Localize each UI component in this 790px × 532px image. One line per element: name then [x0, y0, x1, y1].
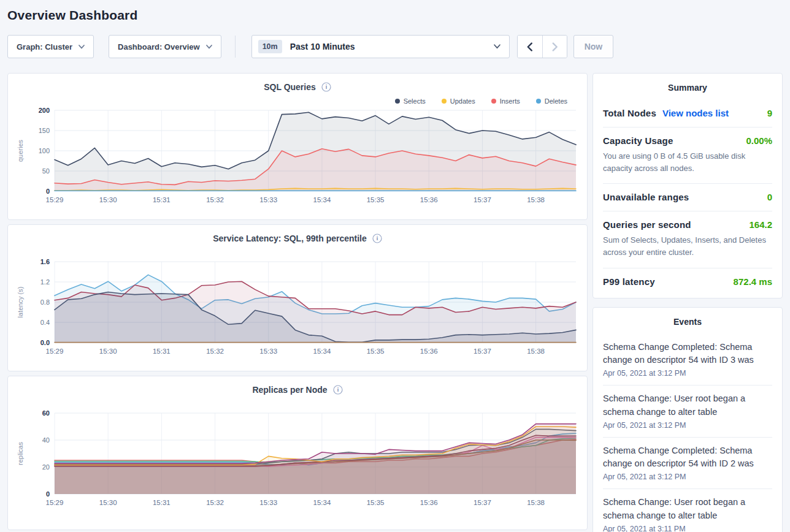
- svg-text:40: 40: [42, 436, 50, 444]
- event-timestamp: Apr 05, 2021 at 3:11 PM: [603, 525, 772, 532]
- svg-text:15:36: 15:36: [420, 196, 438, 203]
- svg-text:queries: queries: [17, 139, 24, 162]
- svg-text:15:32: 15:32: [206, 196, 224, 203]
- time-range-badge: 10m: [258, 40, 282, 53]
- summary-label: Unavailable ranges: [603, 192, 689, 202]
- svg-text:0.4: 0.4: [40, 319, 50, 326]
- svg-text:15:30: 15:30: [99, 499, 117, 506]
- service-latency-chart[interactable]: 15:2915:3015:3115:3215:3315:3415:3515:36…: [15, 258, 581, 359]
- chevron-down-icon: [79, 45, 85, 49]
- chart-title: Replicas per Node: [252, 385, 327, 395]
- sql-queries-chart[interactable]: 15:2915:3015:3115:3215:3315:3415:3515:36…: [15, 107, 581, 207]
- time-range-label: Past 10 Minutes: [290, 42, 355, 51]
- summary-label: Capacity Usage: [603, 135, 673, 146]
- svg-text:15:36: 15:36: [420, 348, 438, 355]
- svg-text:15:29: 15:29: [46, 196, 64, 203]
- now-button[interactable]: Now: [573, 35, 614, 58]
- svg-text:60: 60: [42, 409, 50, 417]
- info-icon[interactable]: i: [333, 385, 343, 395]
- events-panel: Events Schema Change Completed: Schema c…: [592, 307, 783, 532]
- legend-dot-icon: [442, 99, 447, 104]
- chart-card-replicas-per-node: Replicas per Node i 15:2915:3015:3115:32…: [7, 376, 588, 530]
- summary-row: Capacity Usage0.00%You are using 0 B of …: [603, 127, 772, 183]
- svg-text:15:34: 15:34: [313, 196, 331, 203]
- svg-text:latency (s): latency (s): [17, 287, 24, 318]
- svg-text:15:37: 15:37: [474, 348, 491, 355]
- summary-row: Queries per second164.2Sum of Selects, U…: [603, 211, 772, 267]
- chart-title: SQL Queries: [264, 82, 316, 92]
- summary-rows: Total NodesView nodes list9Capacity Usag…: [603, 100, 772, 295]
- svg-text:1.6: 1.6: [40, 258, 50, 265]
- summary-label: Total Nodes: [603, 108, 656, 118]
- summary-label: P99 latency: [603, 276, 655, 287]
- svg-text:15:30: 15:30: [99, 196, 117, 203]
- event-list: Schema Change Completed: Schema change o…: [603, 334, 772, 532]
- graph-dropdown[interactable]: Graph: Cluster: [7, 35, 94, 58]
- svg-text:replicas: replicas: [17, 442, 24, 465]
- event-item: Schema Change: User root began a schema …: [603, 385, 772, 437]
- svg-text:15:35: 15:35: [367, 499, 385, 506]
- dashboard-dropdown[interactable]: Dashboard: Overview: [109, 35, 221, 58]
- svg-text:15:38: 15:38: [527, 499, 545, 506]
- view-nodes-list-link[interactable]: View nodes list: [662, 108, 729, 118]
- content: SQL Queries i SelectsUpdatesInsertsDelet…: [7, 73, 783, 532]
- svg-text:15:29: 15:29: [46, 348, 64, 355]
- event-item: Schema Change: User root began a schema …: [603, 488, 772, 532]
- chart-title-row: SQL Queries i: [15, 81, 580, 93]
- info-icon[interactable]: i: [321, 82, 331, 92]
- svg-text:15:32: 15:32: [206, 499, 224, 506]
- svg-text:15:31: 15:31: [153, 348, 171, 355]
- event-item: Schema Change Completed: Schema change o…: [603, 437, 772, 489]
- legend-item: Deletes: [536, 97, 567, 105]
- svg-text:15:37: 15:37: [474, 196, 491, 203]
- legend-item: Selects: [395, 97, 426, 105]
- svg-text:15:31: 15:31: [153, 196, 171, 203]
- legend-spacer: [15, 398, 580, 409]
- svg-text:15:33: 15:33: [259, 348, 277, 355]
- dashboard-dropdown-label: Dashboard: Overview: [118, 42, 200, 51]
- toolbar: Graph: Cluster Dashboard: Overview 10m P…: [7, 35, 783, 58]
- replicas-per-node-chart[interactable]: 15:2915:3015:3115:3215:3315:3415:3515:36…: [15, 409, 581, 510]
- chart-legend: SelectsUpdatesInsertsDeletes: [15, 96, 580, 107]
- summary-description: You are using 0 B of 4.5 GiB usable disk…: [603, 150, 772, 175]
- legend-dot-icon: [491, 99, 496, 104]
- info-icon[interactable]: i: [372, 234, 382, 243]
- svg-text:0: 0: [46, 188, 50, 195]
- svg-text:15:31: 15:31: [153, 499, 171, 506]
- svg-text:15:37: 15:37: [474, 499, 491, 506]
- event-text: Schema Change: User root began a schema …: [603, 392, 772, 419]
- summary-description: Sum of Selects, Updates, Inserts, and De…: [603, 234, 772, 259]
- legend-label: Selects: [404, 97, 426, 105]
- time-range-picker[interactable]: 10m Past 10 Minutes: [251, 35, 510, 58]
- svg-text:15:34: 15:34: [313, 499, 331, 506]
- event-text: Schema Change Completed: Schema change o…: [603, 444, 772, 471]
- summary-row: P99 latency872.4 ms: [603, 268, 772, 295]
- svg-text:i: i: [337, 387, 339, 393]
- event-timestamp: Apr 05, 2021 at 3:12 PM: [603, 421, 772, 430]
- chart-card-sql-queries: SQL Queries i SelectsUpdatesInsertsDelet…: [7, 73, 588, 220]
- svg-text:15:32: 15:32: [206, 348, 224, 355]
- event-timestamp: Apr 05, 2021 at 3:12 PM: [603, 369, 772, 378]
- overview-dashboard-page: Overview Dashboard Graph: Cluster Dashbo…: [0, 8, 790, 532]
- svg-text:15:38: 15:38: [527, 348, 545, 355]
- prev-time-button[interactable]: [518, 36, 542, 58]
- legend-label: Updates: [450, 97, 475, 105]
- svg-text:200: 200: [39, 107, 50, 114]
- time-nav-group: [517, 35, 567, 58]
- svg-text:15:30: 15:30: [99, 348, 117, 355]
- chevron-down-icon: [494, 44, 500, 49]
- svg-text:100: 100: [39, 147, 50, 154]
- charts-column: SQL Queries i SelectsUpdatesInsertsDelet…: [7, 73, 588, 530]
- legend-item: Inserts: [491, 97, 520, 105]
- graph-dropdown-label: Graph: Cluster: [17, 42, 72, 51]
- chart-title-row: Replicas per Node i: [15, 384, 580, 396]
- event-timestamp: Apr 05, 2021 at 3:12 PM: [603, 473, 772, 481]
- summary-value: 0: [767, 192, 772, 202]
- svg-text:0: 0: [46, 490, 50, 498]
- events-title: Events: [603, 308, 772, 334]
- legend-spacer: [15, 247, 580, 258]
- next-time-button[interactable]: [542, 36, 567, 58]
- chart-card-service-latency: Service Latency: SQL, 99th percentile i …: [7, 224, 588, 371]
- svg-text:0.8: 0.8: [40, 298, 50, 306]
- chart-title: Service Latency: SQL, 99th percentile: [213, 234, 367, 243]
